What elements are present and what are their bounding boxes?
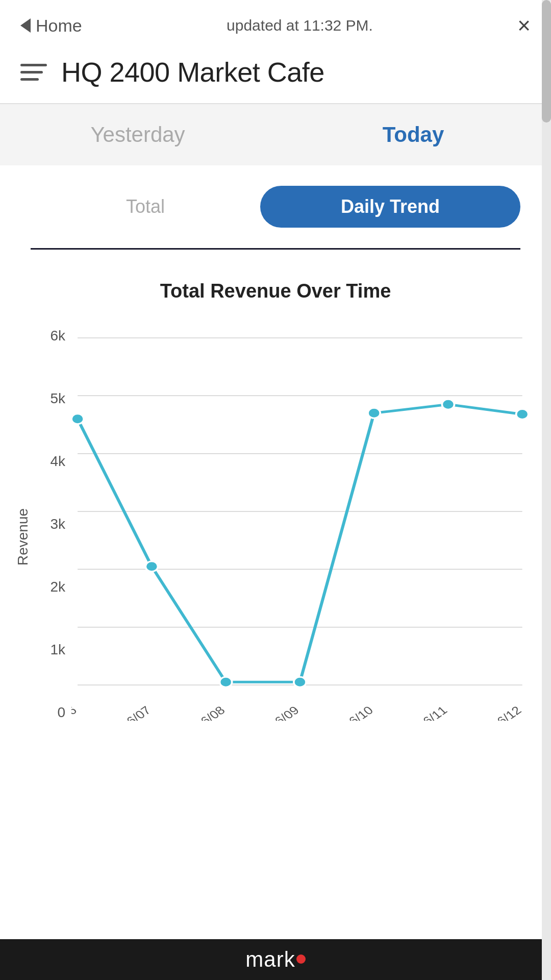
toggle-daily-trend[interactable]: Daily Trend [260,186,520,228]
svg-text:06/06: 06/06 [71,704,80,721]
svg-point-9 [220,677,232,687]
y-tick-2: 2k [36,579,71,595]
chart-container: Total Revenue Over Time Revenue 0 1k 2k … [0,280,551,777]
y-axis-ticks: 0 1k 2k 3k 4k 5k 6k [36,328,71,746]
menu-line-2 [20,71,43,74]
y-tick-4: 4k [36,453,71,470]
toggle-total[interactable]: Total [31,186,260,228]
svg-text:06/08: 06/08 [192,704,228,721]
svg-point-13 [516,409,529,420]
page-title: HQ 2400 Market Cafe [61,56,324,88]
close-button[interactable]: × [517,14,531,37]
home-label: Home [36,16,82,36]
svg-text:06/07: 06/07 [118,704,154,721]
date-tabs: Yesterday Today [0,104,551,165]
scrollbar-thumb[interactable] [542,0,551,122]
y-tick-3: 3k [36,516,71,532]
svg-point-10 [294,677,306,687]
top-bar: Home updated at 11:32 PM. × [0,0,551,46]
svg-point-12 [442,399,454,409]
home-button[interactable]: Home [20,16,82,36]
section-divider [31,248,520,250]
svg-text:06/09: 06/09 [266,704,302,721]
svg-point-11 [368,408,380,418]
brand-text: mark [245,947,295,971]
scrollbar-track[interactable] [542,0,551,980]
svg-text:06/11: 06/11 [414,704,450,721]
brand-red-dot [296,954,306,964]
svg-text:06/10: 06/10 [340,704,376,721]
svg-point-7 [71,414,84,424]
back-arrow-icon [20,18,31,33]
line-chart-svg: 06/0606/0706/0806/0906/1006/1106/12 [71,328,541,721]
tab-today[interactable]: Today [276,104,551,165]
updated-text: updated at 11:32 PM. [227,17,373,34]
chart-plot: 06/0606/0706/0806/0906/1006/1106/12 [71,328,541,746]
chart-title: Total Revenue Over Time [10,280,541,302]
svg-text:06/12: 06/12 [488,704,524,721]
svg-point-8 [145,561,158,572]
view-toggle: Total Daily Trend [0,165,551,248]
menu-icon[interactable] [20,64,47,81]
menu-line-1 [20,64,47,66]
brand-name: mark [245,947,305,972]
header-section: HQ 2400 Market Cafe [0,46,551,104]
footer: mark [0,939,551,980]
y-tick-0: 0 [36,704,71,721]
y-tick-1: 1k [36,642,71,658]
y-tick-6: 6k [36,328,71,344]
menu-line-3 [20,78,39,81]
chart-wrap: Revenue 0 1k 2k 3k 4k 5k 6k 06/0606/0706… [10,328,541,746]
y-tick-5: 5k [36,390,71,407]
tab-yesterday[interactable]: Yesterday [0,104,276,165]
y-axis-label: Revenue [10,328,36,746]
